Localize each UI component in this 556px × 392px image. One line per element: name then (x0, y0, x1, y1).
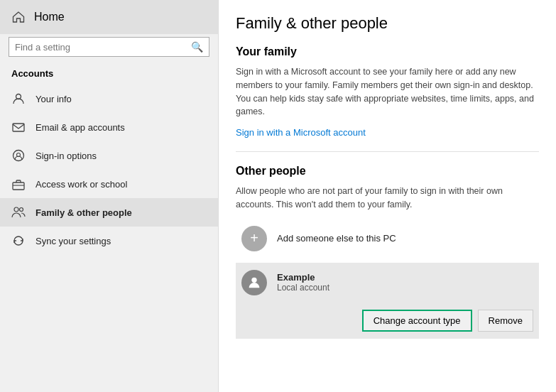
sidebar-item-sync[interactable]: Sync your settings (0, 227, 218, 255)
sidebar-item-sign-in[interactable]: Sign-in options (0, 141, 218, 170)
svg-rect-4 (13, 183, 24, 190)
your-info-icon (11, 92, 26, 106)
search-box[interactable]: 🔍 (9, 37, 209, 57)
family-icon (11, 205, 26, 219)
briefcase-icon (11, 177, 26, 191)
sidebar-home-label: Home (34, 11, 65, 23)
sidebar-item-label: Your info (36, 94, 72, 104)
user-avatar (241, 270, 267, 295)
svg-point-7 (20, 208, 23, 212)
sidebar: Home 🔍 Accounts Your info Email & app ac… (0, 0, 219, 392)
ms-signin-link[interactable]: Sign in with a Microsoft account (236, 127, 366, 138)
sidebar-item-your-info[interactable]: Your info (0, 85, 218, 113)
sidebar-item-label: Sign-in options (36, 151, 97, 161)
user-info: Example Local account (277, 272, 533, 293)
svg-rect-1 (13, 124, 24, 131)
sign-in-icon (11, 148, 26, 163)
user-name: Example (277, 272, 533, 283)
sidebar-item-access-work[interactable]: Access work or school (0, 170, 218, 198)
user-entry: Example Local account (236, 263, 539, 303)
user-subtype: Local account (277, 283, 533, 293)
section-divider (236, 151, 539, 152)
main-content: Family & other people Your family Sign i… (219, 0, 556, 392)
user-avatar-icon (246, 275, 262, 290)
user-actions-bar: Change account type Remove (236, 303, 539, 339)
remove-button[interactable]: Remove (478, 310, 533, 332)
plus-icon: + (241, 226, 267, 251)
your-family-description: Sign in with a Microsoft account to see … (236, 65, 539, 119)
add-person-button[interactable]: + Add someone else to this PC (236, 219, 539, 258)
sidebar-item-label: Email & app accounts (36, 122, 125, 133)
sidebar-item-label: Access work or school (36, 179, 127, 190)
sidebar-item-label: Sync your settings (36, 236, 111, 246)
svg-point-8 (251, 277, 256, 282)
other-people-section-title: Other people (236, 165, 539, 178)
accounts-section-title: Accounts (0, 64, 218, 85)
change-account-type-button[interactable]: Change account type (362, 310, 472, 332)
sidebar-item-label: Family & other people (36, 207, 132, 218)
your-family-section-title: Your family (236, 45, 539, 58)
search-icon: 🔍 (191, 41, 203, 53)
add-person-label: Add someone else to this PC (277, 233, 396, 244)
sync-icon (11, 234, 26, 248)
sidebar-item-email-app[interactable]: Email & app accounts (0, 113, 218, 141)
sidebar-item-family[interactable]: Family & other people (0, 198, 218, 227)
sidebar-item-home[interactable]: Home (0, 0, 218, 34)
page-title: Family & other people (236, 14, 539, 33)
email-icon (11, 120, 26, 134)
svg-point-6 (14, 207, 18, 212)
home-icon (11, 10, 26, 24)
search-input[interactable] (15, 42, 191, 53)
other-people-description: Allow people who are not part of your fa… (236, 185, 539, 212)
